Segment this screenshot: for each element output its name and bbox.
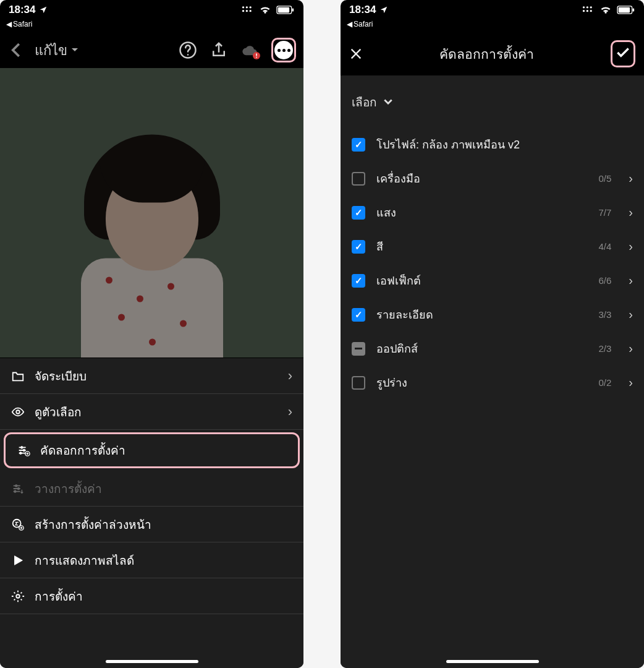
setting-label: แสง [376, 203, 587, 221]
nav-title[interactable]: แก้ไข [35, 40, 78, 61]
grid-icon [242, 6, 254, 14]
svg-point-2 [250, 6, 252, 8]
menu-item-label: จัดระเบียบ [35, 367, 278, 385]
svg-point-4 [246, 10, 248, 12]
svg-point-29 [587, 10, 588, 12]
checkbox[interactable] [352, 206, 365, 220]
setting-row-4[interactable]: เอฟเฟ็กต์6/6› [349, 263, 635, 298]
chevron-right-icon: › [629, 171, 633, 186]
svg-point-17 [20, 452, 22, 455]
setting-count: 0/2 [598, 377, 611, 388]
battery-icon [276, 6, 295, 14]
svg-point-3 [242, 10, 244, 12]
menu-item-6[interactable]: การตั้งค่า› [0, 578, 303, 614]
menu-item-label: คัดลอกการตั้งค่า [40, 441, 287, 460]
checkbox[interactable] [352, 342, 365, 356]
settings-panel: เลือก โปรไฟล์: กล้อง ภาพเหมือน v2เครื่อง… [341, 75, 644, 668]
svg-point-14 [16, 410, 20, 414]
menu-item-label: การตั้งค่า [35, 587, 292, 606]
checkbox[interactable] [352, 274, 365, 288]
menu-item-0[interactable]: จัดระเบียบ› [0, 358, 303, 394]
gear-icon [11, 589, 25, 603]
setting-count: 0/5 [598, 173, 611, 184]
phone-left: 18:34 ◀ Safari แก้ไข [0, 0, 303, 668]
setting-count: 2/3 [598, 343, 611, 354]
status-time: 18:34 [9, 4, 35, 16]
folder-icon [11, 369, 25, 383]
alert-badge-icon [253, 52, 260, 59]
svg-point-0 [242, 6, 244, 8]
share-icon[interactable] [210, 41, 228, 59]
battery-icon [617, 6, 635, 14]
select-dropdown[interactable]: เลือก [349, 88, 635, 127]
svg-rect-13 [256, 57, 257, 58]
setting-row-0[interactable]: โปรไฟล์: กล้อง ภาพเหมือน v2 [349, 127, 635, 161]
svg-point-21 [14, 490, 17, 492]
setting-row-5[interactable]: รายละเอียด3/3› [349, 298, 635, 332]
chevron-right-icon: › [288, 404, 292, 420]
setting-label: ออปติกส์ [376, 340, 587, 358]
back-app-label: Safari [354, 20, 373, 28]
setting-label: โปรไฟล์: กล้อง ภาพเหมือน v2 [376, 135, 633, 153]
page-title: คัดลอกการตั้งค่า [363, 44, 611, 64]
status-bar: 18:34 [0, 0, 303, 20]
checkbox[interactable] [352, 376, 365, 390]
setting-row-7[interactable]: รูปร่าง0/2› [349, 366, 635, 400]
checkbox[interactable] [352, 308, 365, 322]
back-button[interactable] [7, 41, 26, 59]
chevron-right-icon: › [288, 368, 292, 384]
cloud-icon[interactable] [240, 41, 259, 59]
svg-point-26 [587, 6, 588, 8]
menu-item-label: วางการตั้งค่า [35, 479, 292, 498]
chevron-right-icon: › [629, 375, 633, 390]
svg-point-28 [583, 10, 585, 12]
menu-item-3: วางการตั้งค่า› [0, 471, 303, 507]
svg-rect-7 [278, 7, 289, 13]
nav-bar: คัดลอกการตั้งค่า [341, 32, 644, 75]
sliders-plus-icon [17, 443, 30, 457]
setting-row-2[interactable]: แสง7/7› [349, 195, 635, 229]
chevron-right-icon: › [629, 341, 633, 356]
home-indicator[interactable] [446, 660, 539, 663]
svg-point-25 [583, 6, 585, 8]
svg-point-10 [187, 54, 189, 56]
svg-rect-32 [619, 7, 630, 13]
svg-point-15 [20, 447, 23, 449]
more-button[interactable] [274, 41, 293, 59]
eye-icon [11, 405, 25, 419]
menu-item-label: ดูตัวเลือก [35, 403, 278, 421]
help-icon[interactable] [179, 41, 197, 59]
svg-point-20 [17, 487, 20, 490]
menu-item-1[interactable]: ดูตัวเลือก› [0, 394, 303, 430]
menu-item-label: การแสดงภาพสไลด์ [35, 551, 292, 570]
svg-point-24 [16, 594, 20, 598]
close-button[interactable] [349, 47, 363, 61]
location-icon [379, 6, 388, 14]
checkbox[interactable] [352, 172, 365, 186]
menu-item-5[interactable]: การแสดงภาพสไลด์› [0, 542, 303, 578]
play-icon [11, 554, 25, 567]
back-to-safari[interactable]: ◀ Safari [341, 20, 644, 32]
menu-item-2[interactable]: คัดลอกการตั้งค่า› [4, 432, 300, 468]
menu-item-4[interactable]: สร้างการตั้งค่าล่วงหน้า› [0, 507, 303, 542]
checkbox[interactable] [352, 138, 365, 152]
setting-row-1[interactable]: เครื่องมือ0/5› [349, 161, 635, 195]
photo-preview [0, 68, 303, 358]
nav-bar: แก้ไข [0, 32, 303, 68]
menu-item-label: สร้างการตั้งค่าล่วงหน้า [35, 515, 292, 534]
wifi-icon [259, 5, 271, 15]
action-menu: จัดระเบียบ›ดูตัวเลือก›คัดลอกการตั้งค่า›ว… [0, 358, 303, 668]
confirm-button-highlight [611, 40, 635, 67]
wifi-icon [600, 5, 612, 15]
setting-label: รายละเอียด [376, 306, 587, 323]
confirm-button[interactable] [615, 45, 631, 61]
chevron-right-icon: › [629, 239, 633, 254]
setting-row-3[interactable]: สี4/4› [349, 229, 635, 263]
home-indicator[interactable] [106, 660, 198, 663]
back-to-safari[interactable]: ◀ Safari [0, 20, 303, 32]
svg-point-30 [590, 10, 592, 12]
checkbox[interactable] [352, 240, 365, 254]
phone-right: 18:34 ◀ Safari คัดลอกการตั้งค่า เลือก โป… [341, 0, 644, 668]
setting-row-6[interactable]: ออปติกส์2/3› [349, 332, 635, 366]
dropdown-caret-icon [71, 47, 78, 53]
